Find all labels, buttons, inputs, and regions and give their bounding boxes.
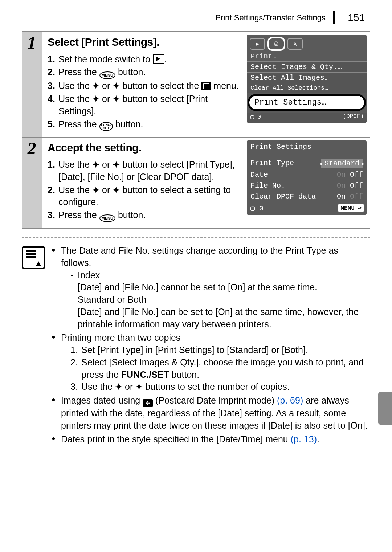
note-sub-item: - Standard or Both [Date] and [File No.]… — [70, 294, 370, 330]
page-number: 151 — [348, 12, 365, 24]
menu-group-label: Print… — [247, 52, 367, 61]
page-ref-link[interactable]: (p. 69) — [277, 395, 303, 405]
up-arrow-icon: ✦ — [115, 382, 122, 392]
substep-num: 1. — [48, 159, 58, 183]
substep-num: 3. — [48, 80, 58, 92]
count-indicator: ▢ 0 — [250, 113, 261, 120]
page-ref-link[interactable]: (p. 13) — [291, 434, 317, 444]
up-arrow-icon: ✦ — [92, 160, 99, 169]
menu-item: Select All Images… — [247, 72, 367, 83]
note-sub-item: - Index [Date] and [File No.] cannot be … — [70, 269, 370, 294]
note-item: Images dated using ✣ (Postcard Date Impr… — [52, 394, 370, 432]
substep-text: Set the mode switch to . — [58, 53, 240, 66]
step-1: 1 Select [Print Settings]. 1. Set the mo… — [22, 32, 370, 138]
notes-section: The Date and File No. settings change ac… — [52, 245, 370, 447]
dpof-label: (DPOF) — [343, 113, 364, 120]
step-title: Accept the setting. — [48, 140, 240, 155]
right-arrow-icon: ✦ — [113, 185, 120, 195]
print-menu-icon — [201, 82, 211, 90]
note-numbered-item: 3. Use the ✦ or ✦ buttons to set the num… — [70, 381, 370, 393]
down-arrow-icon: ✦ — [113, 94, 120, 104]
menu-item: Select Images & Qty.… — [247, 61, 367, 72]
setting-value: Standard — [321, 159, 363, 168]
breadcrumb: Print Settings/Transfer Settings — [215, 13, 326, 22]
menu-button-icon: MENU — [99, 71, 115, 79]
left-arrow-icon: ✦ — [92, 81, 99, 91]
tab-playback-icon: ▶ — [250, 38, 265, 50]
note-item: Dates print in the style specified in th… — [52, 433, 370, 446]
down-arrow-icon: ✦ — [113, 160, 120, 169]
section-divider — [22, 237, 370, 238]
note-item: The Date and File No. settings change ac… — [52, 245, 370, 330]
note-numbered-item: 1.Set [Print Type] in [Print Settings] t… — [70, 344, 370, 356]
menu-item: Clear All Selections… — [247, 83, 367, 93]
left-arrow-icon: ✦ — [92, 185, 99, 195]
step-2: 2 Accept the setting. 1. Use the ✦ or ✦ — [22, 138, 370, 229]
menu-item-selected: Print Settings… — [248, 94, 366, 111]
right-arrow-icon: ✦ — [113, 81, 120, 91]
note-numbered-item: 2. Select [Select Images & Qty.], choose… — [70, 356, 370, 381]
substep-num: 2. — [48, 184, 58, 209]
count-indicator: ▢ 0 — [250, 204, 264, 213]
up-arrow-icon: ✦ — [92, 94, 99, 104]
substep-text: Use the ✦ or ✦ button to select [Print T… — [58, 159, 240, 183]
page-header: Print Settings/Transfer Settings 151 — [22, 11, 370, 24]
step-title: Select [Print Settings]. — [48, 35, 240, 50]
screenshot-print-menu: ▶ ⎙ ጰ Print… Select Images & Qty.… Selec… — [247, 35, 367, 123]
screen-title: Print Settings — [247, 140, 367, 158]
substep-num: 2. — [48, 66, 58, 79]
side-tab — [378, 392, 392, 425]
substep-text: Press the MENU button. — [58, 66, 240, 79]
screenshot-print-settings: Print Settings Print Type Standard Date … — [247, 140, 367, 215]
down-arrow-icon: ✦ — [135, 382, 143, 392]
menu-return-icon: MENU ↩ — [338, 204, 364, 212]
note-icon — [22, 246, 45, 269]
setting-row-file-no: File No. On Off — [247, 180, 367, 191]
substep-num: 5. — [48, 118, 58, 131]
menu-button-icon: MENU — [99, 214, 115, 222]
header-divider — [333, 11, 335, 24]
postcard-mode-icon: ✣ — [143, 399, 153, 407]
tab-tools-icon: ጰ — [287, 38, 303, 50]
substep-text: Use the ✦ or ✦ button to select [Print S… — [58, 93, 240, 118]
substep-num: 1. — [48, 53, 58, 66]
substep-text: Press the FUNC. SET button. — [58, 118, 240, 131]
substep-num: 3. — [48, 209, 58, 222]
note-item: Printing more than two copies 1.Set [Pri… — [52, 332, 370, 393]
setting-row-clear-dpof: Clear DPOF data On Off — [247, 191, 367, 202]
substep-text: Use the ✦ or ✦ button to select a settin… — [58, 184, 240, 209]
func-set-button-icon: FUNC. SET — [99, 122, 113, 131]
substep-text: Press the MENU button. — [58, 209, 240, 222]
tab-print-icon: ⎙ — [267, 37, 285, 51]
substep-text: Use the ✦ or ✦ button to select the menu… — [58, 80, 240, 92]
substep-num: 4. — [48, 93, 58, 118]
step-number: 2 — [22, 138, 42, 228]
setting-row-date: Date On Off — [247, 169, 367, 180]
step-number: 1 — [22, 32, 42, 137]
playback-mode-icon — [153, 54, 164, 64]
setting-row-print-type: Print Type Standard — [247, 158, 367, 169]
